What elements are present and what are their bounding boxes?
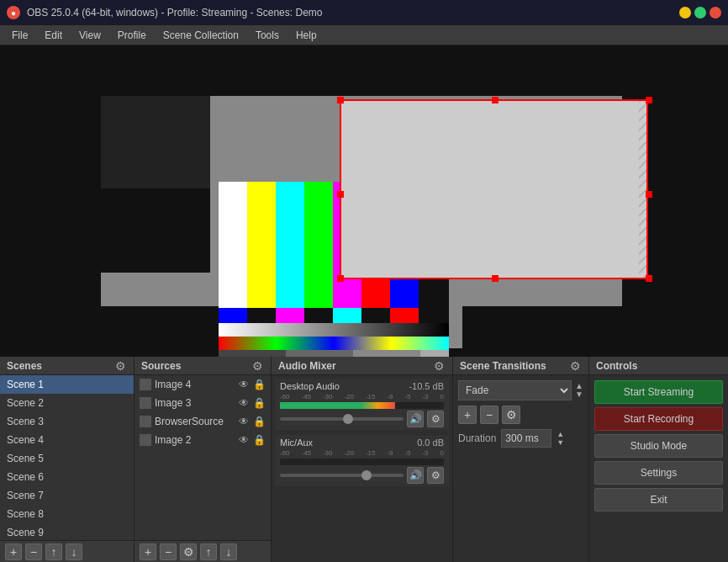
app-icon: ● (7, 6, 20, 19)
audio-content: Desktop Audio -10.5 dB -60-45-30-20-15-9… (272, 375, 452, 562)
scenes-panel-header: Scenes ⚙ (0, 357, 134, 375)
duration-spinner: ▲ ▼ (557, 430, 564, 447)
controls-panel-header: Controls (589, 357, 728, 375)
minimize-button[interactable]: ─ (679, 7, 691, 19)
add-transition-button[interactable]: + (458, 406, 477, 424)
mic-aux-db: 0.0 dB (417, 437, 444, 448)
transition-select[interactable]: Fade Cut Swipe (458, 380, 572, 400)
add-source-button[interactable]: + (140, 543, 156, 560)
menu-scene-collection[interactable]: Scene Collection (155, 28, 247, 43)
source-item[interactable]: BrowserSource 👁 🔒 (135, 412, 271, 431)
desktop-audio-name: Desktop Audio (280, 381, 340, 391)
source-settings-button[interactable]: ⚙ (180, 543, 197, 560)
sources-settings-icon[interactable]: ⚙ (252, 360, 264, 372)
svg-rect-7 (247, 182, 276, 308)
transitions-settings-icon[interactable]: ⚙ (570, 360, 582, 372)
remove-transition-button[interactable]: − (480, 406, 499, 424)
scene-item[interactable]: Scene 3 (0, 412, 134, 431)
source-lock-button[interactable]: 🔒 (252, 378, 266, 391)
source-lock-button[interactable]: 🔒 (252, 396, 266, 410)
scene-item[interactable]: Scene 5 (0, 449, 134, 468)
source-item[interactable]: Image 4 👁 🔒 (135, 375, 271, 394)
source-lock-button[interactable]: 🔒 (252, 433, 266, 447)
menu-help[interactable]: Help (288, 28, 325, 43)
menu-profile[interactable]: Profile (109, 28, 155, 43)
transition-select-row: Fade Cut Swipe ▲ ▼ (458, 380, 583, 400)
mic-aux-channel: Mic/Aux 0.0 dB -60-45-30-20-15-9-5-30 🔊 (275, 435, 449, 486)
source-controls: 👁 🔒 (237, 433, 266, 447)
svg-rect-36 (646, 191, 652, 198)
source-label: Image 3 (155, 397, 191, 409)
source-label: Image 2 (155, 434, 191, 446)
scene-item[interactable]: Scene 2 (0, 394, 134, 412)
window-title: OBS 25.0.4 (64-bit, windows) - Profile: … (27, 7, 679, 19)
source-item[interactable]: Image 2 👁 🔒 (135, 431, 271, 449)
preview-area[interactable] (0, 45, 728, 357)
menu-tools[interactable]: Tools (247, 28, 288, 43)
mic-aux-mute-button[interactable]: 🔊 (407, 467, 424, 484)
mic-aux-meter (280, 459, 444, 465)
source-eye-button[interactable]: 👁 (237, 415, 251, 428)
svg-rect-22 (219, 323, 449, 337)
studio-mode-button[interactable]: Studio Mode (594, 434, 723, 458)
scene-item[interactable]: Scene 7 (0, 486, 134, 505)
move-scene-down-button[interactable]: ↓ (66, 543, 82, 560)
start-recording-button[interactable]: Start Recording (594, 407, 723, 431)
svg-rect-28 (340, 100, 647, 278)
remove-scene-button[interactable]: − (25, 543, 42, 560)
svg-rect-26 (353, 350, 420, 357)
move-source-down-button[interactable]: ↓ (220, 543, 237, 560)
source-controls: 👁 🔒 (237, 415, 266, 428)
transition-down-arrow[interactable]: ▼ (575, 390, 583, 399)
scene-item[interactable]: Scene 1 (0, 375, 134, 394)
transition-config-button[interactable]: ⚙ (502, 406, 520, 424)
scene-item[interactable]: Scene 6 (0, 468, 134, 486)
source-label: Image 4 (155, 379, 191, 390)
transitions-content: Fade Cut Swipe ▲ ▼ + − ⚙ Duration (453, 375, 588, 562)
remove-source-button[interactable]: − (160, 543, 177, 560)
source-eye-button[interactable]: 👁 (237, 433, 251, 447)
move-source-up-button[interactable]: ↑ (200, 543, 217, 560)
scenes-toolbar: + − ↑ ↓ (0, 540, 134, 562)
menu-file[interactable]: File (3, 28, 36, 43)
scenes-panel-title: Scenes (7, 360, 42, 372)
add-scene-button[interactable]: + (5, 543, 22, 560)
exit-button[interactable]: Exit (594, 488, 723, 512)
svg-rect-23 (219, 337, 449, 350)
move-scene-up-button[interactable]: ↑ (45, 543, 62, 560)
menu-view[interactable]: View (71, 28, 109, 43)
duration-input[interactable] (501, 429, 551, 448)
source-item[interactable]: Image 3 👁 🔒 (135, 394, 271, 412)
close-button[interactable]: ✕ (710, 7, 721, 19)
mic-aux-fader[interactable] (280, 474, 404, 477)
svg-rect-35 (337, 191, 344, 198)
settings-button[interactable]: Settings (594, 461, 723, 485)
start-streaming-button[interactable]: Start Streaming (594, 380, 723, 404)
svg-rect-18 (333, 308, 361, 323)
desktop-audio-mute-button[interactable]: 🔊 (407, 411, 424, 427)
audio-settings-icon[interactable]: ⚙ (434, 360, 446, 372)
desktop-audio-settings-button[interactable]: ⚙ (427, 411, 444, 427)
source-lock-button[interactable]: 🔒 (252, 415, 266, 428)
duration-down-button[interactable]: ▼ (557, 438, 564, 447)
svg-rect-27 (420, 350, 449, 357)
scene-item[interactable]: Scene 8 (0, 505, 134, 523)
source-eye-button[interactable]: 👁 (237, 378, 251, 391)
desktop-audio-fader[interactable] (280, 417, 404, 421)
desktop-audio-fader-thumb[interactable] (343, 414, 353, 424)
svg-rect-6 (219, 182, 247, 308)
svg-rect-19 (361, 308, 390, 323)
svg-rect-9 (304, 182, 333, 308)
menu-edit[interactable]: Edit (36, 28, 71, 43)
maximize-button[interactable]: □ (694, 7, 706, 19)
scenes-settings-icon[interactable]: ⚙ (115, 360, 127, 372)
transitions-panel-title: Scene Transitions (460, 360, 546, 372)
scene-item[interactable]: Scene 4 (0, 431, 134, 449)
scene-transitions-panel: Scene Transitions ⚙ Fade Cut Swipe ▲ ▼ (453, 357, 589, 562)
mic-aux-fader-thumb[interactable] (361, 470, 372, 480)
duration-up-button[interactable]: ▲ (557, 430, 564, 438)
svg-rect-32 (337, 97, 344, 103)
source-eye-button[interactable]: 👁 (237, 396, 251, 410)
mic-aux-settings-button[interactable]: ⚙ (427, 467, 444, 484)
scene-item[interactable]: Scene 9 (0, 523, 134, 540)
